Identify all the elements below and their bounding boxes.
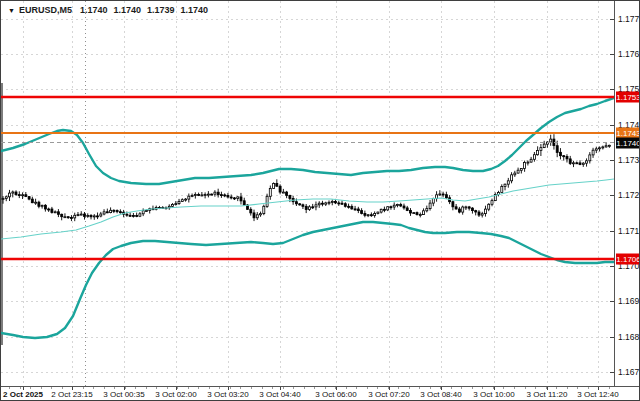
time-tick-minor xyxy=(367,387,368,389)
bollinger-upper-band xyxy=(1,98,614,184)
time-axis-label: 3 Oct 10:00 xyxy=(473,391,514,399)
time-axis-label: 3 Oct 07:20 xyxy=(368,391,409,399)
time-tick-minor xyxy=(20,387,21,389)
time-tick-minor xyxy=(177,387,178,389)
time-tick-minor xyxy=(419,387,420,389)
current-price-price-badge: 1.1740 xyxy=(616,137,640,148)
symbol-timeframe-label: EURUSD,M5 xyxy=(19,5,72,15)
ohlc-low: 1.1739 xyxy=(147,5,175,15)
time-tick-minor xyxy=(188,387,189,389)
time-tick-minor xyxy=(62,387,63,389)
time-tick-minor xyxy=(409,387,410,389)
time-tick-minor xyxy=(304,387,305,389)
time-axis-label: 3 Oct 00:35 xyxy=(103,391,144,399)
time-axis-label: 2 Oct 2025 xyxy=(3,391,43,399)
support-price-badge: 1.1706 xyxy=(616,254,640,265)
price-axis-label: 1.1685 xyxy=(618,333,640,342)
time-tick-minor xyxy=(9,387,10,389)
time-tick-minor xyxy=(41,387,42,389)
time-tick-minor xyxy=(262,387,263,389)
time-axis-label: 3 Oct 11:20 xyxy=(527,391,568,399)
time-tick-minor xyxy=(430,387,431,389)
symbol-dropdown-icon[interactable]: ▼ xyxy=(8,7,15,14)
bollinger-lower-band xyxy=(1,222,614,338)
time-tick-minor xyxy=(609,387,610,389)
trading-chart-window: ▼ EURUSD,M5 1.1740 1.1740 1.1739 1.1740 … xyxy=(0,0,640,401)
time-tick-minor xyxy=(567,387,568,389)
price-axis-label: 1.1715 xyxy=(618,227,640,236)
time-tick-minor xyxy=(219,387,220,389)
time-tick-minor xyxy=(503,387,504,389)
time-tick-minor xyxy=(156,387,157,389)
time-axis[interactable]: 2 Oct 20252 Oct 23:153 Oct 00:353 Oct 02… xyxy=(1,386,640,401)
time-tick-minor xyxy=(577,387,578,389)
time-tick-minor xyxy=(230,387,231,389)
time-tick-minor xyxy=(556,387,557,389)
time-tick-minor xyxy=(588,387,589,389)
time-tick-minor xyxy=(198,387,199,389)
chart-title-bar: ▼ EURUSD,M5 1.1740 1.1740 1.1739 1.1740 xyxy=(8,5,214,15)
ohlc-close: 1.1740 xyxy=(181,5,209,15)
time-tick-minor xyxy=(514,387,515,389)
time-tick-minor xyxy=(293,387,294,389)
time-tick-minor xyxy=(93,387,94,389)
ohlc-high: 1.1740 xyxy=(113,5,141,15)
chart-canvas[interactable] xyxy=(1,1,614,386)
time-tick-minor xyxy=(346,387,347,389)
time-axis-label: 2 Oct 23:15 xyxy=(51,391,92,399)
gridlines xyxy=(1,1,614,386)
time-tick-minor xyxy=(167,387,168,389)
time-tick-minor xyxy=(283,387,284,389)
price-axis[interactable]: 1.17751.17651.17551.17451.17351.17251.17… xyxy=(614,1,640,386)
time-tick-minor xyxy=(398,387,399,389)
time-tick-minor xyxy=(314,387,315,389)
price-axis-label: 1.1765 xyxy=(618,50,640,59)
time-tick-minor xyxy=(51,387,52,389)
time-tick-minor xyxy=(135,387,136,389)
time-tick-minor xyxy=(482,387,483,389)
time-tick-minor xyxy=(83,387,84,389)
time-tick-minor xyxy=(114,387,115,389)
time-tick-minor xyxy=(325,387,326,389)
time-tick-minor xyxy=(535,387,536,389)
time-axis-label: 3 Oct 02:00 xyxy=(155,391,196,399)
price-axis-label: 1.1675 xyxy=(618,368,640,377)
price-axis-label: 1.1735 xyxy=(618,156,640,165)
time-axis-label: 3 Oct 08:40 xyxy=(420,391,461,399)
price-axis-label: 1.1725 xyxy=(618,191,640,200)
time-tick-minor xyxy=(461,387,462,389)
time-axis-label: 3 Oct 03:20 xyxy=(207,391,248,399)
time-tick-minor xyxy=(472,387,473,389)
price-axis-label: 1.1695 xyxy=(618,297,640,306)
time-tick-minor xyxy=(251,387,252,389)
time-tick-minor xyxy=(104,387,105,389)
time-axis-label: 3 Oct 04:40 xyxy=(259,391,300,399)
time-tick-minor xyxy=(525,387,526,389)
time-tick-minor xyxy=(30,387,31,389)
time-tick-minor xyxy=(377,387,378,389)
resistance-price-badge: 1.1753 xyxy=(616,92,640,103)
time-tick-minor xyxy=(451,387,452,389)
time-tick-minor xyxy=(209,387,210,389)
price-axis-label: 1.1775 xyxy=(618,15,640,24)
time-tick-minor xyxy=(146,387,147,389)
time-tick-minor xyxy=(356,387,357,389)
ohlc-open: 1.1740 xyxy=(80,5,108,15)
time-tick-minor xyxy=(240,387,241,389)
time-axis-label: 3 Oct 06:00 xyxy=(315,391,356,399)
time-tick-minor xyxy=(272,387,273,389)
time-axis-label: 3 Oct 12:40 xyxy=(577,391,618,399)
